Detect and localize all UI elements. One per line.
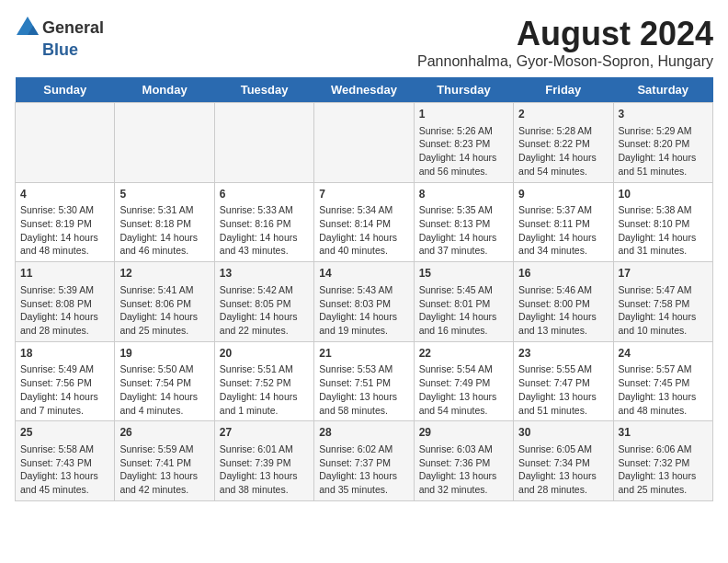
day-info: Sunrise: 5:42 AMSunset: 8:05 PMDaylight:…	[220, 283, 309, 338]
calendar-cell: 11Sunrise: 5:39 AMSunset: 8:08 PMDayligh…	[16, 262, 115, 342]
day-info: Sunrise: 5:46 AMSunset: 8:00 PMDaylight:…	[518, 283, 608, 338]
day-number: 7	[319, 187, 408, 202]
calendar-cell: 1Sunrise: 5:26 AMSunset: 8:23 PMDaylight…	[414, 103, 513, 183]
day-info: Sunrise: 6:02 AMSunset: 7:37 PMDaylight:…	[319, 442, 408, 497]
day-number: 17	[619, 266, 708, 282]
day-info: Sunrise: 5:57 AMSunset: 7:45 PMDaylight:…	[619, 362, 708, 417]
logo-text-blue: Blue	[42, 40, 78, 60]
day-info: Sunrise: 5:50 AMSunset: 7:54 PMDaylight:…	[119, 362, 209, 417]
day-info: Sunrise: 5:45 AMSunset: 8:01 PMDaylight:…	[419, 283, 508, 338]
calendar-cell: 14Sunrise: 5:43 AMSunset: 8:03 PMDayligh…	[314, 262, 414, 342]
weekday-header-monday: Monday	[115, 77, 214, 103]
calendar-cell: 26Sunrise: 5:59 AMSunset: 7:41 PMDayligh…	[115, 421, 214, 501]
calendar-week-row: 4Sunrise: 5:30 AMSunset: 8:19 PMDaylight…	[16, 182, 713, 262]
day-number: 29	[419, 425, 508, 441]
day-number: 11	[20, 266, 109, 282]
calendar-cell: 2Sunrise: 5:28 AMSunset: 8:22 PMDaylight…	[514, 103, 613, 183]
day-info: Sunrise: 5:43 AMSunset: 8:03 PMDaylight:…	[319, 283, 408, 338]
calendar-body: 1Sunrise: 5:26 AMSunset: 8:23 PMDaylight…	[16, 103, 713, 501]
logo-text-general: General	[42, 18, 104, 38]
day-number: 6	[220, 187, 309, 202]
day-info: Sunrise: 5:49 AMSunset: 7:56 PMDaylight:…	[20, 362, 109, 417]
day-number: 13	[220, 266, 309, 282]
day-number: 5	[119, 187, 209, 202]
calendar-cell: 29Sunrise: 6:03 AMSunset: 7:36 PMDayligh…	[414, 421, 513, 501]
day-info: Sunrise: 5:37 AMSunset: 8:11 PMDaylight:…	[518, 203, 608, 258]
calendar-week-row: 1Sunrise: 5:26 AMSunset: 8:23 PMDaylight…	[16, 103, 713, 183]
calendar-cell	[16, 103, 115, 183]
calendar-cell: 17Sunrise: 5:47 AMSunset: 7:58 PMDayligh…	[613, 262, 712, 342]
day-number: 4	[20, 187, 109, 202]
day-number: 18	[20, 346, 109, 362]
calendar-cell: 10Sunrise: 5:38 AMSunset: 8:10 PMDayligh…	[613, 182, 712, 262]
calendar-cell: 30Sunrise: 6:05 AMSunset: 7:34 PMDayligh…	[514, 421, 613, 501]
day-info: Sunrise: 5:47 AMSunset: 7:58 PMDaylight:…	[619, 283, 708, 338]
day-number: 8	[419, 187, 508, 202]
day-number: 1	[419, 107, 508, 122]
calendar-week-row: 18Sunrise: 5:49 AMSunset: 7:56 PMDayligh…	[16, 341, 713, 421]
month-year-title: August 2024	[417, 15, 713, 53]
day-info: Sunrise: 6:06 AMSunset: 7:32 PMDaylight:…	[619, 442, 708, 497]
day-info: Sunrise: 5:53 AMSunset: 7:51 PMDaylight:…	[319, 362, 408, 417]
day-number: 22	[419, 346, 508, 362]
day-info: Sunrise: 5:33 AMSunset: 8:16 PMDaylight:…	[220, 203, 309, 258]
day-number: 19	[119, 346, 209, 362]
calendar-cell: 3Sunrise: 5:29 AMSunset: 8:20 PMDaylight…	[613, 103, 712, 183]
calendar-cell	[314, 103, 414, 183]
calendar-cell: 19Sunrise: 5:50 AMSunset: 7:54 PMDayligh…	[115, 341, 214, 421]
day-info: Sunrise: 5:26 AMSunset: 8:23 PMDaylight:…	[419, 124, 508, 178]
weekday-header-saturday: Saturday	[613, 77, 712, 103]
weekday-header-friday: Friday	[514, 77, 613, 103]
calendar-cell	[115, 103, 214, 183]
day-info: Sunrise: 6:01 AMSunset: 7:39 PMDaylight:…	[220, 442, 309, 497]
logo: General Blue	[15, 15, 104, 60]
calendar-week-row: 11Sunrise: 5:39 AMSunset: 8:08 PMDayligh…	[16, 262, 713, 342]
day-number: 24	[619, 346, 708, 362]
title-block: August 2024 Pannonhalma, Gyor-Moson-Sopr…	[417, 15, 713, 70]
day-number: 2	[518, 107, 608, 122]
day-number: 27	[220, 425, 309, 441]
day-number: 26	[119, 425, 209, 441]
calendar-cell: 7Sunrise: 5:34 AMSunset: 8:14 PMDaylight…	[314, 182, 414, 262]
weekday-header-sunday: Sunday	[16, 77, 115, 103]
calendar-cell: 9Sunrise: 5:37 AMSunset: 8:11 PMDaylight…	[514, 182, 613, 262]
calendar-cell: 25Sunrise: 5:58 AMSunset: 7:43 PMDayligh…	[16, 421, 115, 501]
day-number: 16	[518, 266, 608, 282]
day-info: Sunrise: 5:54 AMSunset: 7:49 PMDaylight:…	[419, 362, 508, 417]
day-number: 23	[518, 346, 608, 362]
location-subtitle: Pannonhalma, Gyor-Moson-Sopron, Hungary	[417, 53, 713, 70]
calendar-cell: 28Sunrise: 6:02 AMSunset: 7:37 PMDayligh…	[314, 421, 414, 501]
day-number: 21	[319, 346, 408, 362]
day-info: Sunrise: 5:34 AMSunset: 8:14 PMDaylight:…	[319, 203, 408, 258]
day-number: 15	[419, 266, 508, 282]
calendar-cell: 6Sunrise: 5:33 AMSunset: 8:16 PMDaylight…	[214, 182, 313, 262]
day-info: Sunrise: 5:35 AMSunset: 8:13 PMDaylight:…	[419, 203, 508, 258]
day-info: Sunrise: 5:30 AMSunset: 8:19 PMDaylight:…	[20, 203, 109, 258]
calendar-header: SundayMondayTuesdayWednesdayThursdayFrid…	[16, 77, 713, 103]
weekday-header-row: SundayMondayTuesdayWednesdayThursdayFrid…	[16, 77, 713, 103]
calendar-cell: 23Sunrise: 5:55 AMSunset: 7:47 PMDayligh…	[514, 341, 613, 421]
calendar-cell	[214, 103, 313, 183]
calendar-cell: 5Sunrise: 5:31 AMSunset: 8:18 PMDaylight…	[115, 182, 214, 262]
day-number: 12	[119, 266, 209, 282]
day-info: Sunrise: 6:03 AMSunset: 7:36 PMDaylight:…	[419, 442, 508, 497]
day-info: Sunrise: 5:38 AMSunset: 8:10 PMDaylight:…	[619, 203, 708, 258]
day-info: Sunrise: 5:51 AMSunset: 7:52 PMDaylight:…	[220, 362, 309, 417]
calendar-cell: 13Sunrise: 5:42 AMSunset: 8:05 PMDayligh…	[214, 262, 313, 342]
day-info: Sunrise: 5:39 AMSunset: 8:08 PMDaylight:…	[20, 283, 109, 338]
calendar-cell: 24Sunrise: 5:57 AMSunset: 7:45 PMDayligh…	[613, 341, 712, 421]
calendar-cell: 8Sunrise: 5:35 AMSunset: 8:13 PMDaylight…	[414, 182, 513, 262]
day-info: Sunrise: 6:05 AMSunset: 7:34 PMDaylight:…	[518, 442, 608, 497]
day-number: 14	[319, 266, 408, 282]
calendar-week-row: 25Sunrise: 5:58 AMSunset: 7:43 PMDayligh…	[16, 421, 713, 501]
weekday-header-thursday: Thursday	[414, 77, 513, 103]
calendar-cell: 22Sunrise: 5:54 AMSunset: 7:49 PMDayligh…	[414, 341, 513, 421]
day-number: 31	[619, 425, 708, 441]
day-info: Sunrise: 5:31 AMSunset: 8:18 PMDaylight:…	[119, 203, 209, 258]
day-info: Sunrise: 5:59 AMSunset: 7:41 PMDaylight:…	[119, 442, 209, 497]
day-number: 10	[619, 187, 708, 202]
weekday-header-wednesday: Wednesday	[314, 77, 414, 103]
day-number: 28	[319, 425, 408, 441]
calendar-cell: 31Sunrise: 6:06 AMSunset: 7:32 PMDayligh…	[613, 421, 712, 501]
day-number: 25	[20, 425, 109, 441]
